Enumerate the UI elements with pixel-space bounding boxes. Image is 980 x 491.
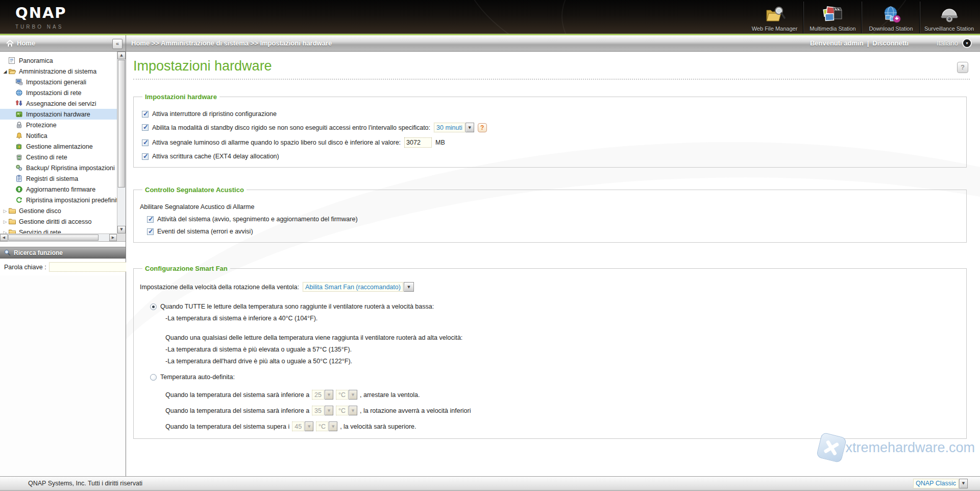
sidebar-item-label: Aggiornamento firmware xyxy=(26,186,95,193)
top-bar: Home « Home >> Amministrazione di sistem… xyxy=(0,35,980,52)
custom-temp-radio[interactable] xyxy=(150,374,157,381)
custom-temp-prefix: Quando la temperatura del sistema sarà i… xyxy=(165,407,309,414)
sidebar-item-assegnazione-dei-servizi[interactable]: Assegnazione dei servizi xyxy=(0,98,117,109)
system-events-row: Eventi del sistema (errori e avvisi) xyxy=(147,228,961,235)
unit-select-3[interactable]: °C▼ xyxy=(316,422,337,431)
disk-alarm-checkbox[interactable] xyxy=(142,139,149,146)
sidebar-collapse-button[interactable]: « xyxy=(112,39,122,49)
footer: QNAP Systems, Inc. Tutti i diritti riser… xyxy=(0,476,980,491)
keyword-label: Parola chiave : xyxy=(4,264,46,271)
write-cache-checkbox[interactable] xyxy=(142,153,149,160)
station-multimedia-station[interactable]: Multimedia Station xyxy=(803,2,862,33)
station-surveillance-station[interactable]: Surveillance Station xyxy=(920,2,978,33)
temperature-select-1[interactable]: 25▼ xyxy=(312,390,333,400)
sidebar-item-aggiornamento-firmware[interactable]: Aggiornamento firmware xyxy=(0,184,117,195)
dropdown-arrow-icon[interactable]: ▼ xyxy=(959,479,968,488)
sidebar-item-impostazioni-hardware[interactable]: Impostazioni hardware xyxy=(0,109,117,120)
smart-fan-line1: -La temperatura di sistema è inferiore a… xyxy=(165,315,961,322)
sidebar-item-servizio-di-rete[interactable]: ▷Servizio di rete xyxy=(0,227,117,233)
custom-temp-row-2: Quando la temperatura del sistema sarà i… xyxy=(165,406,961,415)
sidebar-item-label: Amministrazione di sistema xyxy=(19,68,96,75)
sidebar-item-cestino-di-rete[interactable]: Cestino di rete xyxy=(0,152,117,162)
sidebar-item-amministrazione-di-sistema[interactable]: ◢Amministrazione di sistema xyxy=(0,66,117,77)
tree-collapsed-icon[interactable]: ▷ xyxy=(2,230,8,234)
sidebar-item-gestione-alimentazione[interactable]: Gestione alimentazione xyxy=(0,141,117,152)
page-help-button[interactable]: ? xyxy=(957,62,968,73)
disk-alarm-threshold-input[interactable] xyxy=(404,137,432,148)
custom-temperature-rows: Quando la temperatura del sistema sarà i… xyxy=(139,390,961,431)
unit-select-1[interactable]: °C▼ xyxy=(336,390,357,400)
reset-switch-checkbox[interactable] xyxy=(142,111,149,118)
hardware-settings-section: Impostazioni hardware Attiva interruttor… xyxy=(133,93,967,168)
horizontal-scroll-thumb[interactable] xyxy=(8,235,99,241)
standby-interval-select[interactable]: 30 minuti ▼ xyxy=(434,123,474,132)
breadcrumb-bar: Home >> Amministrazione di sistema >> Im… xyxy=(126,35,980,51)
station-label: Multimedia Station xyxy=(810,26,856,32)
sidebar-item-label: Impostazioni di rete xyxy=(26,89,81,97)
tree-rows: Panoramica◢Amministrazione di sistemaImp… xyxy=(0,52,117,233)
tree-collapsed-icon[interactable]: ▷ xyxy=(2,219,8,224)
service-assignment-icon xyxy=(15,100,23,107)
tree-collapsed-icon[interactable]: ▷ xyxy=(2,208,8,214)
scroll-down-button[interactable]: ▼ xyxy=(117,226,126,233)
scroll-left-button[interactable]: ◀ xyxy=(0,234,8,241)
logout-link[interactable]: Disconnetti xyxy=(872,39,909,47)
custom-temp-row-1: Quando la temperatura del sistema sarà i… xyxy=(165,390,961,400)
scroll-up-button[interactable]: ▲ xyxy=(117,52,126,59)
smart-fan-radio[interactable] xyxy=(150,303,157,310)
dropdown-arrow-icon[interactable]: ▼ xyxy=(329,422,337,431)
standby-interval-value: 30 minuti xyxy=(434,123,465,132)
fan-mode-select[interactable]: Abilita Smart Fan (raccomandato) ▼ xyxy=(303,282,414,292)
sidebar-item-notifica[interactable]: Notifica xyxy=(0,130,117,141)
dropdown-arrow-icon[interactable]: ▼ xyxy=(305,422,313,431)
theme-select[interactable]: QNAP Classic ▼ xyxy=(913,479,968,488)
dropdown-arrow-icon[interactable]: ▼ xyxy=(465,123,474,132)
smart-fan-line3-text: -La temperatura di sistema è più elevata… xyxy=(165,346,352,353)
vertical-scroll-thumb[interactable] xyxy=(118,60,125,188)
scrollbar-corner xyxy=(117,233,126,241)
temperature-select-2[interactable]: 35▼ xyxy=(312,406,333,415)
tree-horizontal-scrollbar[interactable]: ◀ ▶ xyxy=(0,233,117,241)
station-web-file-manager[interactable]: Web File Manager xyxy=(746,2,803,33)
scroll-right-button[interactable]: ▶ xyxy=(109,234,117,241)
sidebar-item-label: Gestione alimentazione xyxy=(26,143,93,150)
keyword-input[interactable] xyxy=(49,262,132,272)
disk-alarm-unit: MB xyxy=(435,139,445,146)
dropdown-arrow-icon[interactable]: ▼ xyxy=(349,406,357,415)
standby-help-icon[interactable]: ? xyxy=(478,123,487,132)
sidebar-item-protezione[interactable]: Protezione xyxy=(0,120,117,130)
sidebar-item-backup-ripristina-impostazioni[interactable]: Backup/ Ripristina impostazioni xyxy=(0,162,117,173)
dropdown-arrow-icon[interactable]: ▼ xyxy=(349,390,357,400)
hdd-standby-checkbox[interactable] xyxy=(142,124,149,131)
station-label: Web File Manager xyxy=(752,26,798,32)
network-settings-icon xyxy=(15,89,23,97)
sidebar-item-impostazioni-generali[interactable]: Impostazioni generali xyxy=(0,77,117,87)
tree-vertical-scrollbar[interactable]: ▲ ▼ xyxy=(117,52,126,233)
sidebar-item-panoramica[interactable]: Panoramica xyxy=(0,55,117,66)
hdd-standby-label: Abilita la modalità di standby disco rig… xyxy=(152,124,430,131)
power-management-icon xyxy=(15,143,23,150)
temperature-select-3[interactable]: 45▼ xyxy=(292,422,313,431)
sidebar-item-ripristina-impostazioni-predefinite[interactable]: Ripristina impostazioni predefinite xyxy=(0,195,117,205)
dropdown-arrow-icon[interactable]: ▼ xyxy=(325,406,333,415)
unit-select-3-value: °C xyxy=(316,422,328,431)
unit-select-2[interactable]: °C▼ xyxy=(336,406,357,415)
dropdown-arrow-icon[interactable]: ▼ xyxy=(404,282,414,292)
sidebar-item-gestione-disco[interactable]: ▷Gestione disco xyxy=(0,205,117,216)
general-settings-icon xyxy=(15,78,23,86)
sidebar-item-registri-di-sistema[interactable]: Registri di sistema xyxy=(0,173,117,184)
main-content: ? Impostazioni hardware Impostazioni har… xyxy=(126,52,980,476)
sidebar-item-gestione-diritti-di-accesso[interactable]: ▷Gestione diritti di accesso xyxy=(0,216,117,227)
system-activity-row: Attività del sistema (avvio, spegnimento… xyxy=(147,216,961,223)
disk-alarm-label: Attiva segnale luminoso di allarme quand… xyxy=(152,139,401,146)
language-dropdown-icon[interactable]: ▼ xyxy=(962,38,972,48)
system-activity-checkbox[interactable] xyxy=(147,216,154,223)
qnap-admin-window: QNAP TURBO NAS Web File ManagerMultimedi… xyxy=(0,0,980,491)
system-events-checkbox[interactable] xyxy=(147,228,154,235)
home-icon xyxy=(6,40,14,47)
station-download-station[interactable]: Download Station xyxy=(862,2,920,33)
sidebar-item-impostazioni-di-rete[interactable]: Impostazioni di rete xyxy=(0,87,117,98)
temperature-select-2-value: 35 xyxy=(312,406,324,415)
tree-expanded-icon[interactable]: ◢ xyxy=(2,69,8,74)
dropdown-arrow-icon[interactable]: ▼ xyxy=(325,390,333,400)
